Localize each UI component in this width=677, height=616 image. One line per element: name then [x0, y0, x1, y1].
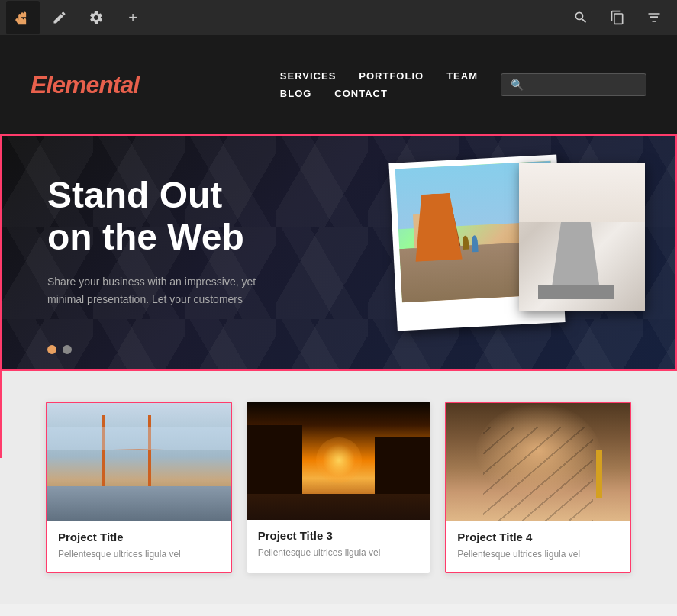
header-search-box: 🔍 — [501, 73, 646, 96]
hero-right-image — [519, 163, 645, 311]
nav-row-2: BLOG CONTACT — [280, 88, 478, 99]
filter-button[interactable] — [637, 1, 671, 34]
hero-title: Stand Out on the Web — [47, 174, 276, 258]
search-icon — [573, 10, 588, 25]
nav-row-1: SERVICES PORTFOLIO TEAM — [280, 70, 478, 82]
site-nav: SERVICES PORTFOLIO TEAM BLOG CONTACT — [280, 70, 478, 99]
edit-button[interactable] — [43, 1, 76, 34]
portfolio-title-3: Project Title 4 — [457, 531, 619, 543]
portfolio-desc-2: Pellentesque ultrices ligula vel — [258, 546, 420, 560]
hero-section: Stand Out on the Web Share your business… — [0, 134, 677, 371]
edit-icon — [52, 10, 67, 25]
portfolio-title-2: Project Title 3 — [258, 529, 420, 542]
nav-services[interactable]: SERVICES — [280, 70, 337, 82]
hero-dot-2[interactable] — [63, 345, 72, 354]
copy-button[interactable] — [601, 1, 634, 34]
toolbar-search-button[interactable] — [564, 1, 598, 34]
add-button[interactable]: + — [116, 1, 150, 34]
filter-icon — [646, 10, 662, 25]
hero-dots — [47, 345, 72, 354]
site-logo: Elemental — [31, 71, 139, 99]
nav-blog[interactable]: BLOG — [280, 88, 312, 99]
portfolio-info-3: Project Title 4 Pellentesque ultrices li… — [446, 521, 630, 572]
portfolio-section: Project Title Pellentesque ultrices ligu… — [0, 371, 677, 604]
portfolio-info-2: Project Title 3 Pellentesque ultrices li… — [247, 520, 430, 570]
hero-images — [347, 151, 653, 357]
portfolio-desc-1: Pellentesque ultrices ligula vel — [58, 547, 220, 561]
site-header: Elemental SERVICES PORTFOLIO TEAM BLOG C… — [0, 35, 677, 134]
portfolio-title-1: Project Title — [58, 531, 220, 543]
portfolio-card-2: Project Title 3 Pellentesque ultrices li… — [247, 402, 430, 573]
toolbar: + — [0, 0, 677, 35]
nav-portfolio[interactable]: PORTFOLIO — [359, 70, 424, 82]
portfolio-desc-3: Pellentesque ultrices ligula vel — [457, 547, 619, 561]
hero-dot-1[interactable] — [47, 345, 56, 354]
hero-description: Share your business with an impressive, … — [47, 273, 276, 308]
hero-content: Stand Out on the Web Share your business… — [2, 136, 322, 346]
search-icon-header: 🔍 — [511, 79, 524, 91]
portfolio-info-1: Project Title Pellentesque ultrices ligu… — [47, 521, 231, 572]
nav-contact[interactable]: CONTACT — [334, 88, 388, 99]
hand-icon — [15, 10, 31, 25]
portfolio-card-1: Project Title Pellentesque ultrices ligu… — [46, 402, 232, 573]
settings-button[interactable] — [79, 1, 113, 34]
header-search-input[interactable] — [530, 79, 637, 91]
hand-tool-button[interactable] — [6, 1, 40, 34]
copy-icon — [610, 10, 625, 25]
portfolio-card-3: Project Title 4 Pellentesque ultrices li… — [445, 402, 631, 573]
portfolio-image-1 — [47, 403, 231, 521]
settings-icon — [89, 10, 104, 25]
nav-team[interactable]: TEAM — [446, 70, 478, 82]
portfolio-image-2 — [247, 402, 430, 520]
portfolio-image-3 — [446, 403, 630, 521]
